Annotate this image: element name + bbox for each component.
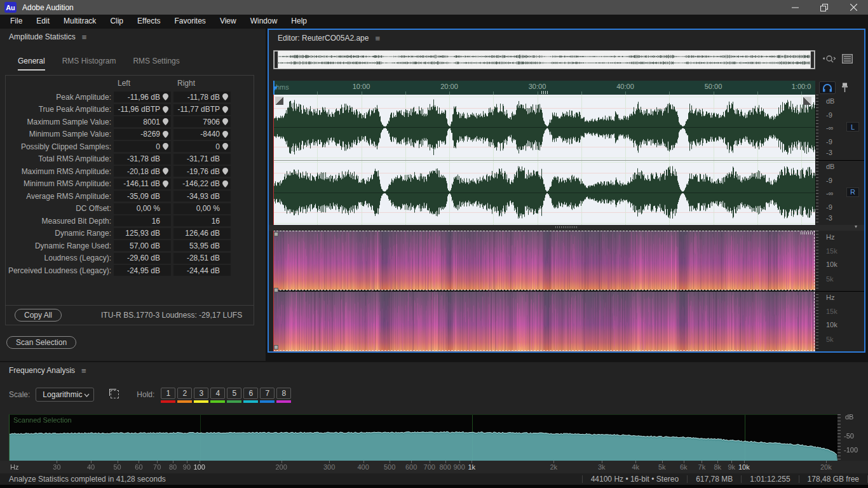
hold-button-5[interactable]: 5 <box>227 388 241 399</box>
timeline-ruler[interactable]: hms 10:0020:0030:0040:0050:001:00:0 <box>273 81 815 95</box>
selection-handle[interactable] <box>274 288 278 292</box>
hold-slot: 6 <box>243 388 258 403</box>
restore-button[interactable] <box>810 0 839 15</box>
selection-corner-handle[interactable] <box>803 97 811 105</box>
hold-button-6[interactable]: 6 <box>243 388 258 399</box>
minimize-button[interactable] <box>780 0 810 15</box>
hold-button-2[interactable]: 2 <box>177 388 192 399</box>
value-cell: 126,46 dB <box>173 228 231 239</box>
hold-button-7[interactable]: 7 <box>260 388 275 399</box>
copy-all-button[interactable]: Copy All <box>15 309 62 322</box>
freq-tick <box>57 461 57 463</box>
freq-tick-label: 3k <box>598 463 606 471</box>
marker-pick-icon[interactable] <box>163 118 168 125</box>
hold-slot: 1 <box>161 388 175 403</box>
selection-corner-handle[interactable] <box>275 97 283 105</box>
scale-dropdown[interactable]: Logarithmic <box>36 388 94 402</box>
menu-view[interactable]: View <box>213 15 243 27</box>
hold-slot: 8 <box>276 388 291 403</box>
marker-pick-icon[interactable] <box>222 180 228 187</box>
marker-pick-icon[interactable] <box>222 93 228 100</box>
freq-tick-label: 30 <box>53 463 60 471</box>
freq-tick <box>281 461 282 463</box>
hold-button-8[interactable]: 8 <box>276 388 291 399</box>
menu-help[interactable]: Help <box>284 15 314 27</box>
panel-menu-icon[interactable]: ≡ <box>81 366 86 376</box>
hz-unit-label: Hz <box>10 463 18 471</box>
value-cell: 53,95 dB <box>173 240 231 251</box>
overview-navigator[interactable] <box>273 50 815 69</box>
menu-edit[interactable]: Edit <box>29 15 57 27</box>
marker-pick-icon[interactable] <box>163 143 168 150</box>
overview-left-handle[interactable] <box>274 51 278 69</box>
editor-list-icon[interactable] <box>842 54 853 64</box>
playhead-line <box>273 231 274 351</box>
tab-rms-settings[interactable]: RMS Settings <box>133 57 179 71</box>
menu-clip[interactable]: Clip <box>103 15 130 27</box>
overview-right-handle[interactable] <box>810 51 815 69</box>
waveform-display[interactable] <box>273 95 815 225</box>
selection-handle[interactable] <box>274 345 278 349</box>
splitter-grip-icon[interactable] <box>555 226 578 229</box>
marker-pick-icon[interactable] <box>222 118 228 125</box>
scale-tick-label: 5k <box>826 275 834 283</box>
amplitude-scale[interactable]: dB-9-∞-9-3LdB-9-∞-9-3R <box>815 95 864 225</box>
status-bar: Analyze Statistics completed in 41,28 se… <box>0 473 868 485</box>
panel-menu-icon[interactable]: ≡ <box>375 34 380 43</box>
freq-tick-label: 8k <box>714 463 721 471</box>
marker-pick-icon[interactable] <box>163 131 168 138</box>
marker-pick-icon[interactable] <box>222 131 228 138</box>
pin-icon[interactable] <box>841 83 848 93</box>
close-button[interactable] <box>839 0 868 15</box>
hold-button-4[interactable]: 4 <box>210 388 225 399</box>
time-label: 50:00 <box>705 83 722 90</box>
value-cell: 7906 <box>173 116 231 127</box>
marker-pick-icon[interactable] <box>163 168 168 175</box>
freq-tick <box>731 461 732 463</box>
spectrogram-display[interactable] <box>273 231 815 351</box>
hold-button-3[interactable]: 3 <box>194 388 208 399</box>
value-text: -34,93 dB <box>187 192 220 201</box>
zoom-options-icon[interactable] <box>823 54 836 65</box>
view-splitter[interactable]: ▾ <box>269 225 864 231</box>
menu-file[interactable]: File <box>3 15 29 27</box>
marker-pick-icon[interactable] <box>222 168 228 175</box>
panel-menu-icon[interactable]: ≡ <box>82 32 87 42</box>
freq-tick-label: 80 <box>169 463 177 471</box>
menu-favorites[interactable]: Favorites <box>168 15 213 27</box>
selection-marquee-icon[interactable] <box>111 390 119 398</box>
marker-pick-icon[interactable] <box>163 106 168 113</box>
channel-badge-l[interactable]: L <box>846 122 859 132</box>
freq-tick <box>602 461 602 463</box>
value-cell: -34,93 dB <box>173 191 231 201</box>
solo-monitor-button[interactable] <box>819 81 836 94</box>
frequency-graph[interactable]: Scanned Selection <box>9 414 837 461</box>
hold-button-1[interactable]: 1 <box>161 388 175 399</box>
selection-grip-icon[interactable] <box>801 232 813 234</box>
status-item: 617,78 MB <box>688 475 741 484</box>
marker-pick-icon[interactable] <box>222 106 228 113</box>
value-cell: -31,78 dB <box>114 154 171 165</box>
menu-multitrack[interactable]: Multitrack <box>57 15 103 27</box>
table-row: Minimum Sample Value:-8269-8440 <box>6 128 254 141</box>
marker-pick-icon[interactable] <box>163 180 168 187</box>
scan-selection-button[interactable]: Scan Selection <box>6 336 76 349</box>
marker-pick-icon[interactable] <box>163 93 168 100</box>
tab-general[interactable]: General <box>18 57 45 71</box>
table-row: Loudness (Legacy):-29,60 dB-28,51 dB <box>6 252 254 265</box>
tab-rms-histogram[interactable]: RMS Histogram <box>62 57 116 71</box>
selection-handle[interactable] <box>274 232 278 236</box>
freq-tick-label: 800 <box>439 463 451 471</box>
frequency-scale[interactable]: Hz15k10k5kHz15k10k5k <box>815 231 864 351</box>
scale-tick-label: -∞ <box>826 124 834 132</box>
hold-color-swatch <box>161 400 175 403</box>
channel-badge-r[interactable]: R <box>846 187 859 197</box>
playhead-marker[interactable] <box>273 86 278 92</box>
splitter-collapse-icon[interactable]: ▾ <box>855 224 857 229</box>
marker-pick-icon[interactable] <box>222 143 228 150</box>
menu-effects[interactable]: Effects <box>130 15 167 27</box>
menu-window[interactable]: Window <box>243 15 285 27</box>
overview-waveform[interactable] <box>278 51 810 69</box>
itu-loudness-note: ITU-R BS.1770-3 Loudness: -29,17 LUFS <box>101 311 242 320</box>
table-row: DC Offset:0,00 %0,00 % <box>6 203 254 215</box>
